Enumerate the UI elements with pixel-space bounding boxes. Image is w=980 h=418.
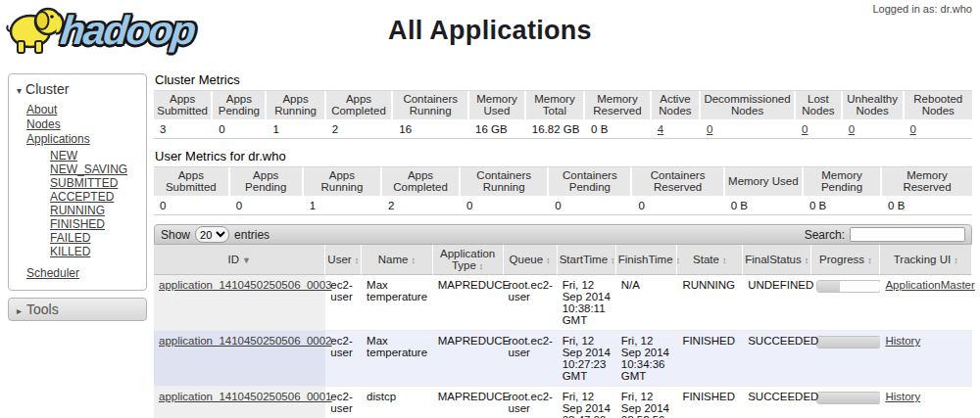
sidebar-item-finished[interactable]: FINISHED: [50, 217, 140, 231]
val-memory-reserved: 0 B: [585, 121, 652, 139]
sidebar-nav: ▾Cluster About Nodes Applications NEW NE…: [0, 61, 147, 321]
cell-starttime: Fri, 12 Sep 2014 10:38:11 GMT: [558, 275, 616, 331]
col-containers-running: Containers Running: [393, 91, 469, 121]
val-memory-used: 16 GB: [469, 121, 526, 139]
cell-state: FINISHED: [677, 387, 743, 418]
uval-apps-submitted: 0: [154, 198, 230, 215]
table-toolbar: Show 20 entries Search:: [154, 224, 972, 245]
user-metrics-table: Apps Submitted Apps Pending Apps Running…: [154, 166, 972, 215]
application-id-link[interactable]: application_1410450250506_0001: [159, 391, 332, 402]
progress-bar: [816, 336, 881, 348]
cell-finalstatus: SUCCEEDED: [743, 387, 811, 418]
ucol-apps-pending: Apps Pending: [230, 167, 304, 198]
header-progress[interactable]: Progress↕: [811, 245, 880, 275]
cell-queue: root.ec2-user: [504, 387, 558, 418]
cell-state: FINISHED: [677, 331, 743, 387]
cell-type: MAPREDUCE: [433, 275, 504, 331]
sort-both-icon: ↕: [722, 255, 727, 265]
header-tracking-ui[interactable]: Tracking UI↕: [880, 245, 972, 275]
uval-memory-pending: 0 B: [804, 198, 882, 215]
user-metrics-title: User Metrics for dr.who: [155, 149, 972, 163]
cell-user: ec2-user: [325, 387, 362, 418]
ucol-memory-reserved: Memory Reserved: [882, 167, 972, 198]
application-id-link[interactable]: application_1410450250506_0003: [159, 279, 332, 291]
uval-containers-pending: 0: [549, 198, 632, 215]
cell-finishtime: Fri, 12 Sep 2014 10:34:36 GMT: [616, 331, 678, 387]
header-application-type[interactable]: Application Type↕: [433, 245, 504, 275]
tools-accordion-header[interactable]: ▸Tools: [8, 298, 147, 321]
sort-both-icon: ↕: [867, 255, 872, 265]
applications-table: ID▼ User↕ Name↕ Application Type↕ Queue↕…: [154, 245, 972, 418]
val-apps-completed: 2: [326, 121, 394, 139]
cluster-nav-box: ▾Cluster About Nodes Applications NEW NE…: [8, 73, 147, 291]
uval-memory-reserved: 0 B: [882, 198, 972, 215]
tracking-ui-link[interactable]: History: [885, 335, 920, 347]
header-id[interactable]: ID▼: [154, 245, 325, 275]
col-memory-used: Memory Used: [469, 91, 526, 121]
uval-apps-completed: 2: [382, 198, 461, 215]
sidebar-item-running[interactable]: RUNNING: [50, 204, 140, 217]
applications-header-row: ID▼ User↕ Name↕ Application Type↕ Queue↕…: [154, 245, 972, 275]
cell-name: Max temperature: [362, 331, 433, 387]
cell-finishtime: Fri, 12 Sep 2014 08:52:56 GMT: [616, 387, 678, 418]
tracking-ui-link[interactable]: History: [885, 391, 920, 402]
active-nodes-link[interactable]: 4: [658, 123, 663, 135]
sidebar-item-killed[interactable]: KILLED: [50, 245, 140, 258]
cell-user: ec2-user: [325, 331, 362, 387]
header-user[interactable]: User↕: [325, 245, 362, 275]
sidebar-item-about[interactable]: About: [26, 103, 140, 117]
sidebar-item-new-saving[interactable]: NEW_SAVING: [50, 163, 140, 176]
cell-state: RUNNING: [677, 275, 743, 331]
cell-type: MAPREDUCE: [433, 331, 504, 387]
val-unhealthy-nodes: 0: [843, 121, 905, 139]
chevron-down-icon: ▾: [17, 85, 22, 96]
header-name[interactable]: Name↕: [362, 245, 433, 275]
hadoop-logo: hadoop: [6, 2, 194, 60]
cell-type: MAPREDUCE: [433, 387, 504, 418]
lost-nodes-link[interactable]: 0: [802, 123, 808, 135]
ucol-memory-pending: Memory Pending: [804, 167, 882, 198]
sort-both-icon: ↕: [676, 255, 681, 265]
col-rebooted-nodes: Rebooted Nodes: [905, 91, 973, 121]
cell-name: Max temperature: [362, 275, 433, 331]
show-label: Show: [161, 228, 190, 242]
sort-both-icon: ↕: [954, 255, 958, 265]
cell-name: distcp: [362, 387, 433, 418]
header-queue[interactable]: Queue↕: [504, 245, 558, 275]
search-label: Search:: [805, 228, 845, 242]
val-apps-running: 1: [267, 121, 325, 139]
cell-queue: root.ec2-user: [504, 275, 558, 331]
ucol-apps-running: Apps Running: [304, 167, 382, 198]
sidebar-item-failed[interactable]: FAILED: [50, 231, 140, 245]
sort-both-icon: ↕: [355, 255, 360, 265]
sidebar-item-submitted[interactable]: SUBMITTED: [50, 176, 140, 190]
tracking-ui-link[interactable]: ApplicationMaster: [885, 279, 974, 291]
application-id-link[interactable]: application_1410450250506_0002: [159, 335, 332, 347]
sort-both-icon: ↕: [479, 261, 484, 271]
sidebar-item-applications[interactable]: Applications: [26, 132, 140, 147]
header-finishtime[interactable]: FinishTime↕: [616, 245, 678, 275]
sort-both-icon: ↕: [805, 255, 809, 265]
val-active-nodes: 4: [652, 121, 701, 139]
cluster-accordion-header[interactable]: ▾Cluster: [15, 79, 140, 101]
decommissioned-nodes-link[interactable]: 0: [707, 123, 712, 135]
sidebar-item-nodes[interactable]: Nodes: [26, 117, 140, 132]
header-starttime[interactable]: StartTime↕: [558, 245, 616, 275]
header-finalstatus[interactable]: FinalStatus↕: [743, 245, 811, 275]
col-lost-nodes: Lost Nodes: [796, 91, 843, 121]
table-row-app-0003: application_1410450250506_0003 ec2-user …: [154, 275, 972, 331]
ucol-containers-pending: Containers Pending: [549, 167, 632, 198]
uval-apps-pending: 0: [230, 198, 304, 215]
unhealthy-nodes-link[interactable]: 0: [849, 123, 855, 135]
header-state[interactable]: State↕: [677, 245, 743, 275]
chevron-right-icon: ▸: [17, 305, 22, 316]
rebooted-nodes-link[interactable]: 0: [910, 123, 916, 135]
search-input[interactable]: [850, 227, 965, 242]
sidebar-item-accepted[interactable]: ACCEPTED: [50, 190, 140, 204]
sidebar-item-new[interactable]: NEW: [50, 149, 140, 163]
col-memory-reserved: Memory Reserved: [585, 91, 652, 121]
page-size-select[interactable]: 20: [195, 226, 229, 243]
val-rebooted-nodes: 0: [905, 121, 973, 139]
col-apps-pending: Apps Pending: [213, 91, 267, 121]
sidebar-item-scheduler[interactable]: Scheduler: [15, 266, 140, 281]
